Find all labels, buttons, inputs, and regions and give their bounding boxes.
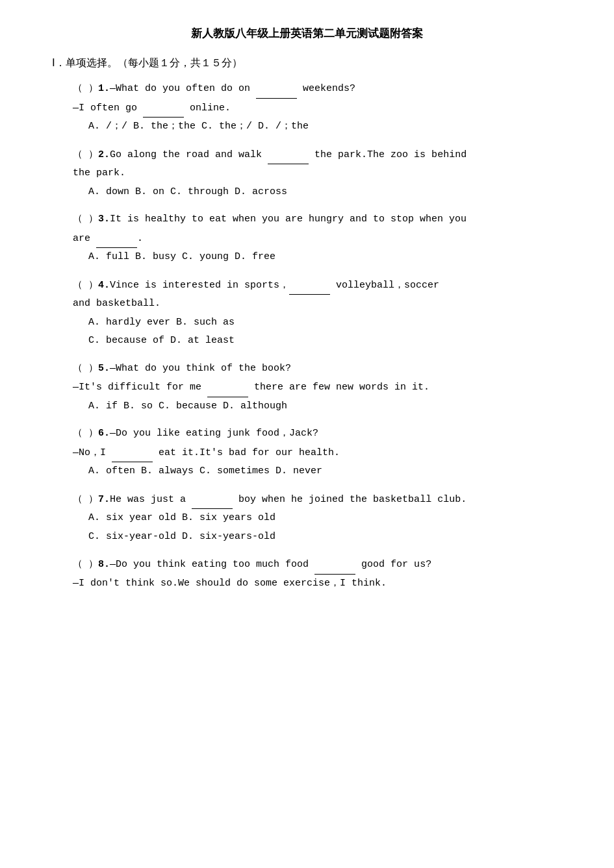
- q2-options: A. down B. on C. through D. across: [88, 186, 287, 197]
- q4-paren: （ ）: [73, 280, 98, 291]
- q3-options: A. full B. busy C. young D. free: [88, 251, 275, 262]
- q5-answer: —It's difficult for me there are few new…: [73, 382, 429, 393]
- page-title: 新人教版八年级上册英语第二单元测试题附答案: [52, 26, 562, 41]
- q8-paren: （ ）: [73, 559, 98, 570]
- q7-options-a: A. six year old B. six years old: [88, 512, 275, 523]
- q1-options: A. /；/ B. the；the C. the；/ D. /；the: [88, 121, 309, 132]
- question-block-1: （ ）1.—What do you often do on weekends? …: [52, 79, 562, 136]
- q5-options: A. if B. so C. because D. although: [88, 401, 287, 412]
- q2-text: 2.Go along the road and walk the park.Th…: [98, 149, 467, 160]
- q2-text-cont: the park.: [73, 167, 125, 179]
- q4-options-b: C. because of D. at least: [88, 335, 235, 346]
- question-block-8: （ ）8.—Do you think eating too much food …: [52, 555, 562, 593]
- q2-paren: （ ）: [73, 149, 98, 160]
- q5-paren: （ ）: [73, 363, 98, 374]
- question-block-5: （ ）5.—What do you think of the book? —It…: [52, 360, 562, 416]
- q1-answer: —I often go online.: [73, 103, 231, 114]
- q7-options-b: C. six-year-old D. six-years-old: [88, 531, 275, 542]
- q7-text: 7.He was just a boy when he joined the b…: [98, 494, 467, 505]
- q4-options-a: A. hardly ever B. such as: [88, 317, 235, 328]
- q8-answer: —I don't think so.We should do some exer…: [73, 578, 387, 589]
- q6-paren: （ ）: [73, 428, 98, 439]
- section1-header: Ⅰ．单项选择。（每小题１分，共１５分）: [52, 56, 562, 70]
- q8-text: 8.—Do you think eating too much food goo…: [98, 559, 431, 570]
- q4-text-cont: and basketball.: [73, 298, 160, 309]
- q3-text-cont: are .: [73, 233, 143, 244]
- question-block-6: （ ）6.—Do you like eating junk food，Jack?…: [52, 425, 562, 481]
- question-block-4: （ ）4.Vince is interested in sports， voll…: [52, 276, 562, 351]
- q7-paren: （ ）: [73, 494, 98, 505]
- q4-text: 4.Vince is interested in sports， volleyb…: [98, 280, 439, 291]
- q1-text: 1.—What do you often do on weekends?: [98, 83, 355, 94]
- q3-text: 3.It is healthy to eat when you are hung…: [98, 214, 467, 225]
- q1-paren: （ ）: [73, 83, 98, 94]
- question-block-2: （ ）2.Go along the road and walk the park…: [52, 145, 562, 202]
- q5-text: 5.—What do you think of the book?: [98, 363, 291, 374]
- q6-text: 6.—Do you like eating junk food，Jack?: [98, 428, 318, 439]
- q3-paren: （ ）: [73, 214, 98, 225]
- question-block-7: （ ）7.He was just a boy when he joined th…: [52, 490, 562, 547]
- q6-options: A. often B. always C. sometimes D. never: [88, 465, 322, 477]
- question-block-3: （ ）3.It is healthy to eat when you are h…: [52, 210, 562, 267]
- q6-answer: —No，I eat it.It's bad for our health.: [73, 447, 340, 458]
